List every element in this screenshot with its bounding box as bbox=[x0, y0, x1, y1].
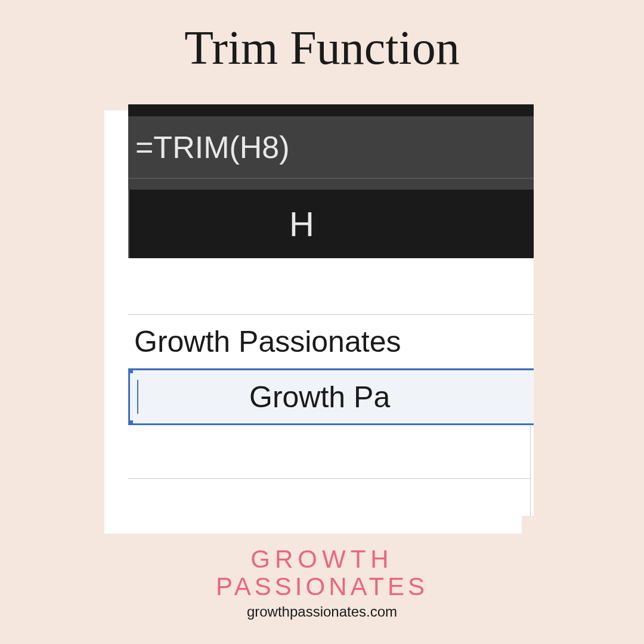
page-title: Trim Function bbox=[0, 0, 644, 75]
spreadsheet-screenshot: =TRIM(H8) H Growth Passionates Growth Pa bbox=[104, 104, 534, 534]
formula-text: =TRIM(H8) bbox=[135, 129, 290, 165]
cell-h8[interactable]: Growth Passionates bbox=[128, 315, 534, 369]
logo-line-1: GROWTH bbox=[0, 546, 644, 573]
formula-bar[interactable]: =TRIM(H8) bbox=[128, 116, 534, 179]
brand-logo: GROWTH PASSIONATES bbox=[0, 546, 644, 600]
cell-value: Growth Passionates bbox=[134, 324, 401, 359]
cell-empty-2[interactable] bbox=[128, 425, 531, 479]
separator bbox=[128, 179, 534, 190]
footer: GROWTH PASSIONATES growthpassionates.com bbox=[0, 546, 644, 620]
spreadsheet: =TRIM(H8) H Growth Passionates Growth Pa bbox=[128, 104, 534, 516]
brand-url: growthpassionates.com bbox=[0, 603, 644, 620]
cells-area: Growth Passionates Growth Pa bbox=[128, 258, 534, 516]
selection-handle-icon[interactable] bbox=[128, 369, 133, 373]
cell-empty-3[interactable] bbox=[128, 479, 531, 516]
cursor-icon bbox=[137, 380, 138, 414]
selection-handle-icon[interactable] bbox=[128, 420, 133, 425]
column-header[interactable]: H bbox=[128, 190, 534, 258]
selected-cell-value: Growth Pa bbox=[249, 380, 390, 414]
toolbar-strip bbox=[128, 104, 534, 116]
logo-line-2: PASSIONATES bbox=[0, 573, 644, 600]
column-header-label: H bbox=[289, 204, 314, 244]
cell-selected[interactable]: Growth Pa bbox=[128, 369, 534, 425]
cell-empty-1[interactable] bbox=[128, 258, 534, 315]
